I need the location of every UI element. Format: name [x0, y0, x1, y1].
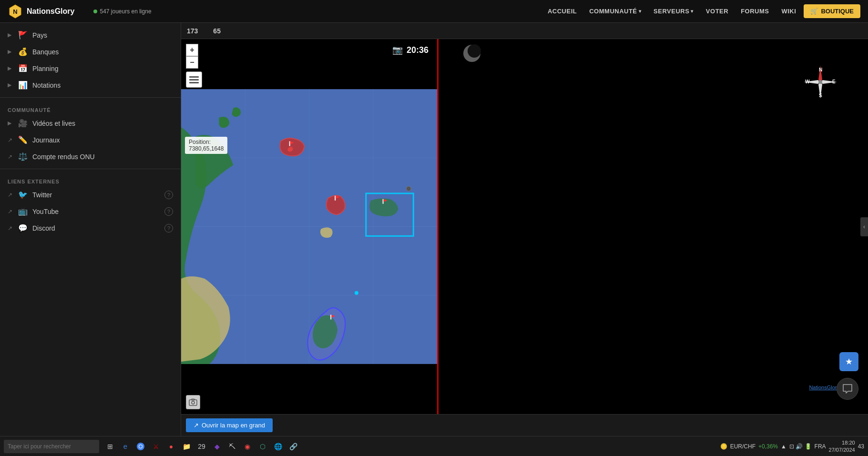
app6-icon[interactable]: ◆: [210, 439, 224, 454]
side-collapse-button[interactable]: ‹: [860, 217, 868, 236]
pays-expand-arrow: ▶: [8, 32, 11, 38]
nav-accueil[interactable]: ACCUEIL: [543, 5, 582, 18]
boutique-button[interactable]: 🛒 BOUTIQUE: [804, 4, 860, 18]
minecraft-icon[interactable]: ⛏: [225, 439, 239, 454]
sidebar-item-twitter[interactable]: ↗ 🐦 Twitter ?: [0, 186, 181, 203]
videos-label: Vidéos et lives: [32, 120, 173, 127]
sidebar-item-journaux[interactable]: ↗ ✏️ Journaux: [0, 132, 181, 148]
taskbar-date: 27/07/2024: [829, 446, 855, 453]
nav-links: ACCUEIL COMMUNAUTÉ ▾ SERVEURS ▾ VOTER FO…: [543, 4, 860, 18]
map-zoom-out-button[interactable]: −: [186, 56, 198, 69]
edge-browser-icon[interactable]: e: [118, 439, 133, 454]
app9-icon[interactable]: 🌐: [271, 439, 285, 454]
map-wrapper: + − Position: 7380,65,1648: [181, 39, 868, 414]
map-screenshot-button[interactable]: [186, 395, 200, 409]
sidebar-item-videos[interactable]: ▶ 🎥 Vidéos et lives: [0, 115, 181, 132]
content-area: 173 65: [181, 23, 868, 436]
svg-rect-21: [189, 79, 199, 81]
sidebar-item-banques[interactable]: ▶ 💰 Banques: [0, 43, 181, 60]
nav-forums[interactable]: FORUMS: [736, 5, 774, 18]
nav-voter[interactable]: VOTER: [701, 5, 733, 18]
task-view-icon[interactable]: ⊞: [103, 439, 117, 454]
position-value: 7380,65,1648: [189, 145, 224, 152]
coord-x: 173: [187, 27, 198, 35]
open-map-bar: ↗ Ouvrir la map en grand: [181, 414, 868, 436]
arrow-up-icon: ▲: [781, 443, 786, 450]
taskbar-apps: ⊞ e ⚔ ● 📁 29 ◆ ⛏ ◉ ⬡ 🌐 🔗: [103, 439, 300, 454]
taskbar-search-input[interactable]: [4, 440, 99, 453]
banques-icon: 💰: [18, 47, 28, 56]
discord-icon: 💬: [18, 223, 28, 233]
taskbar-lang: FRA: [815, 443, 826, 450]
chrome-icon[interactable]: [133, 439, 148, 454]
sidebar-item-discord[interactable]: ↗ 💬 Discord ?: [0, 220, 181, 236]
map-panel[interactable]: + − Position: 7380,65,1648: [181, 39, 439, 414]
nav-communaute[interactable]: COMMUNAUTÉ ▾: [584, 5, 646, 18]
compass: N S E W: [801, 63, 839, 102]
discord-label: Discord: [32, 224, 160, 232]
logo-icon: N: [8, 4, 23, 19]
app8-icon[interactable]: ⬡: [255, 439, 270, 454]
map-zoom-in-button[interactable]: +: [186, 44, 198, 56]
taskbar-time: 18:20: [842, 439, 855, 446]
logo-area: N NationsGlory: [8, 4, 74, 19]
taskbar: ⊞ e ⚔ ● 📁 29 ◆ ⛏ ◉ ⬡ 🌐 🔗 🪙 EUR/CHF +0,36…: [0, 436, 868, 456]
youtube-help-icon[interactable]: ?: [164, 207, 173, 216]
layers-icon: [189, 75, 199, 84]
compterendus-icon: ⚖️: [18, 152, 28, 161]
chat-fab-button[interactable]: [837, 378, 858, 400]
svg-rect-20: [189, 76, 199, 78]
journaux-label: Journaux: [32, 136, 173, 144]
sidebar-item-notations[interactable]: ▶ 📊 Notations: [0, 77, 181, 93]
chat-icon: [842, 384, 853, 394]
notations-icon: 📊: [18, 81, 28, 90]
svg-text:E: E: [832, 79, 836, 84]
nav-wiki[interactable]: WIKI: [776, 5, 801, 18]
app4-icon[interactable]: ●: [164, 439, 178, 454]
sidebar-item-compte-rendus[interactable]: ↗ ⚖️ Compte rendus ONU: [0, 148, 181, 165]
moon-icon: [462, 44, 481, 64]
coord-y: 65: [213, 27, 221, 35]
planning-icon: 📅: [18, 64, 28, 73]
position-label: Position:: [189, 139, 224, 145]
svg-point-19: [406, 186, 411, 191]
sidebar-item-planning[interactable]: ▶ 📅 Planning: [0, 60, 181, 77]
sidebar-item-youtube[interactable]: ↗ 📺 YouTube ?: [0, 203, 181, 220]
svg-rect-14: [383, 199, 384, 204]
map-screenshot-icon: 📷: [392, 45, 403, 55]
svg-point-39: [139, 445, 142, 448]
open-map-icon: ↗: [194, 422, 199, 429]
sidebar-item-pays[interactable]: ▶ 🚩 Pays: [0, 27, 181, 43]
nav-serveurs[interactable]: SERVEURS ▾: [649, 5, 698, 18]
svg-rect-22: [189, 82, 199, 83]
discord-help-icon[interactable]: ?: [164, 224, 173, 233]
liens-externes-label: LIENS EXTERNES: [0, 173, 181, 186]
map-position-tooltip: Position: 7380,65,1648: [185, 137, 227, 154]
currency-flag-icon: 🪙: [720, 443, 727, 450]
online-count: 547 joueurs en ligne: [100, 8, 151, 15]
top-navigation: N NationsGlory 547 joueurs en ligne ACCU…: [0, 0, 868, 23]
app10-icon[interactable]: 🔗: [286, 439, 300, 454]
open-map-button[interactable]: ↗ Ouvrir la map en grand: [186, 418, 273, 432]
screenshot-icon: [189, 398, 197, 406]
star-fab-button[interactable]: ★: [839, 352, 858, 371]
youtube-external-icon: ↗: [8, 208, 12, 215]
svg-text:N: N: [819, 67, 822, 72]
antivirus-icon[interactable]: ⚔: [149, 439, 163, 454]
discord-external-icon: ↗: [8, 225, 12, 232]
ng-watermark[interactable]: NationsGlory: [809, 385, 839, 390]
taskbar-currency: EUR/CHF: [730, 443, 756, 450]
compterendus-label: Compte rendus ONU: [32, 153, 173, 161]
serveurs-dropdown-arrow: ▾: [691, 9, 694, 14]
youtube-label: YouTube: [32, 208, 160, 215]
communaute-section-label: COMMUNAUTÉ: [0, 101, 181, 115]
cart-icon: 🛒: [810, 8, 818, 15]
app7-icon[interactable]: ◉: [240, 439, 255, 454]
explorer-icon[interactable]: 📁: [179, 439, 194, 454]
svg-point-32: [818, 80, 822, 84]
journaux-icon: ✏️: [18, 135, 28, 144]
twitter-help-icon[interactable]: ?: [164, 191, 173, 199]
app5-icon[interactable]: 29: [194, 439, 209, 454]
map-layers-button[interactable]: [186, 71, 202, 88]
online-dot: [93, 10, 97, 13]
